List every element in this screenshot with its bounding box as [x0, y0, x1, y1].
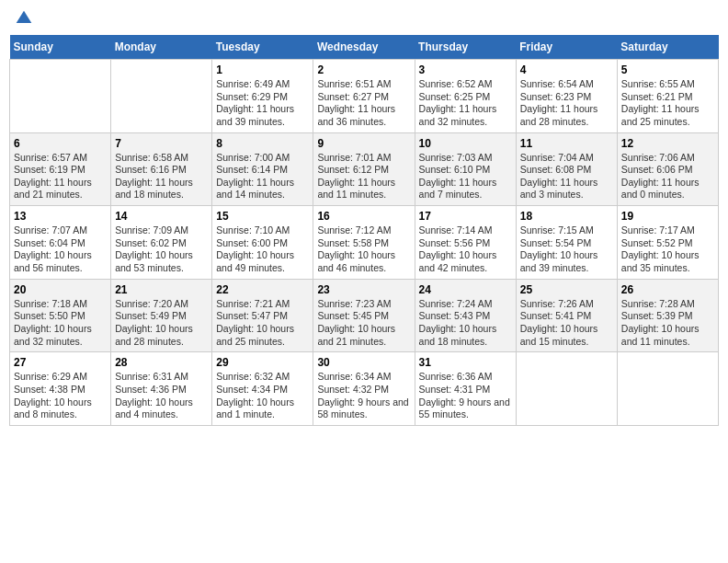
day-number: 30	[317, 356, 410, 369]
week-row-1: 1Sunrise: 6:49 AM Sunset: 6:29 PM Daylig…	[10, 60, 719, 133]
day-number: 3	[419, 63, 512, 76]
calendar-cell: 4Sunrise: 6:54 AM Sunset: 6:23 PM Daylig…	[516, 60, 617, 133]
day-info: Sunrise: 7:06 AM Sunset: 6:06 PM Dayligh…	[621, 152, 714, 202]
calendar-cell: 11Sunrise: 7:04 AM Sunset: 6:08 PM Dayli…	[516, 132, 617, 206]
column-header-tuesday: Tuesday	[212, 35, 313, 60]
day-number: 13	[14, 210, 107, 223]
calendar-cell: 12Sunrise: 7:06 AM Sunset: 6:06 PM Dayli…	[617, 132, 718, 206]
day-info: Sunrise: 7:10 AM Sunset: 6:00 PM Dayligh…	[216, 224, 309, 275]
day-info: Sunrise: 7:15 AM Sunset: 5:54 PM Dayligh…	[520, 224, 613, 275]
day-number: 4	[520, 63, 613, 76]
week-row-4: 20Sunrise: 7:18 AM Sunset: 5:50 PM Dayli…	[10, 279, 719, 352]
day-info: Sunrise: 7:20 AM Sunset: 5:49 PM Dayligh…	[115, 298, 208, 349]
calendar-cell: 2Sunrise: 6:51 AM Sunset: 6:27 PM Daylig…	[313, 60, 415, 133]
calendar-cell: 20Sunrise: 7:18 AM Sunset: 5:50 PM Dayli…	[10, 279, 111, 352]
day-number: 28	[115, 356, 208, 369]
calendar-cell: 30Sunrise: 6:34 AM Sunset: 4:32 PM Dayli…	[313, 352, 415, 426]
day-number: 18	[520, 210, 613, 223]
day-info: Sunrise: 7:09 AM Sunset: 6:02 PM Dayligh…	[115, 224, 208, 275]
calendar-cell: 19Sunrise: 7:17 AM Sunset: 5:52 PM Dayli…	[617, 206, 718, 280]
day-info: Sunrise: 6:49 AM Sunset: 6:29 PM Dayligh…	[216, 78, 309, 129]
column-header-sunday: Sunday	[10, 35, 111, 60]
week-row-2: 6Sunrise: 6:57 AM Sunset: 6:19 PM Daylig…	[10, 132, 719, 206]
column-header-saturday: Saturday	[617, 35, 718, 60]
calendar-cell: 25Sunrise: 7:26 AM Sunset: 5:41 PM Dayli…	[516, 279, 617, 352]
calendar-cell: 23Sunrise: 7:23 AM Sunset: 5:45 PM Dayli…	[313, 279, 415, 352]
day-number: 6	[14, 137, 107, 150]
day-number: 22	[216, 283, 309, 296]
calendar-cell: 5Sunrise: 6:55 AM Sunset: 6:21 PM Daylig…	[617, 60, 718, 133]
day-info: Sunrise: 7:17 AM Sunset: 5:52 PM Dayligh…	[621, 224, 714, 275]
day-info: Sunrise: 6:54 AM Sunset: 6:23 PM Dayligh…	[520, 78, 613, 129]
calendar-cell	[111, 60, 212, 133]
day-info: Sunrise: 6:57 AM Sunset: 6:19 PM Dayligh…	[14, 152, 107, 202]
calendar-cell: 1Sunrise: 6:49 AM Sunset: 6:29 PM Daylig…	[212, 60, 313, 133]
calendar-cell: 31Sunrise: 6:36 AM Sunset: 4:31 PM Dayli…	[415, 352, 516, 426]
day-number: 16	[317, 210, 410, 223]
day-info: Sunrise: 7:07 AM Sunset: 6:04 PM Dayligh…	[14, 224, 107, 275]
day-number: 20	[14, 283, 107, 296]
day-info: Sunrise: 6:29 AM Sunset: 4:38 PM Dayligh…	[14, 371, 107, 421]
calendar-cell: 28Sunrise: 6:31 AM Sunset: 4:36 PM Dayli…	[111, 352, 212, 426]
calendar-cell: 15Sunrise: 7:10 AM Sunset: 6:00 PM Dayli…	[212, 206, 313, 280]
calendar-cell	[10, 60, 111, 133]
day-info: Sunrise: 7:01 AM Sunset: 6:12 PM Dayligh…	[317, 152, 410, 202]
column-header-monday: Monday	[111, 35, 212, 60]
day-number: 27	[14, 356, 107, 369]
day-info: Sunrise: 7:14 AM Sunset: 5:56 PM Dayligh…	[419, 224, 512, 275]
calendar-cell: 10Sunrise: 7:03 AM Sunset: 6:10 PM Dayli…	[415, 132, 516, 206]
day-info: Sunrise: 7:00 AM Sunset: 6:14 PM Dayligh…	[216, 152, 309, 202]
logo	[13, 9, 33, 28]
calendar-cell: 22Sunrise: 7:21 AM Sunset: 5:47 PM Dayli…	[212, 279, 313, 352]
calendar-cell: 6Sunrise: 6:57 AM Sunset: 6:19 PM Daylig…	[10, 132, 111, 206]
column-header-friday: Friday	[516, 35, 617, 60]
day-info: Sunrise: 7:18 AM Sunset: 5:50 PM Dayligh…	[14, 298, 107, 349]
calendar-cell: 21Sunrise: 7:20 AM Sunset: 5:49 PM Dayli…	[111, 279, 212, 352]
day-info: Sunrise: 7:03 AM Sunset: 6:10 PM Dayligh…	[419, 152, 512, 202]
day-number: 25	[520, 283, 613, 296]
day-number: 8	[216, 137, 309, 150]
day-info: Sunrise: 7:26 AM Sunset: 5:41 PM Dayligh…	[520, 298, 613, 349]
calendar-cell: 13Sunrise: 7:07 AM Sunset: 6:04 PM Dayli…	[10, 206, 111, 280]
logo-icon	[15, 9, 33, 28]
calendar-cell: 14Sunrise: 7:09 AM Sunset: 6:02 PM Dayli…	[111, 206, 212, 280]
day-info: Sunrise: 6:31 AM Sunset: 4:36 PM Dayligh…	[115, 371, 208, 421]
day-number: 21	[115, 283, 208, 296]
day-info: Sunrise: 7:24 AM Sunset: 5:43 PM Dayligh…	[419, 298, 512, 349]
day-number: 15	[216, 210, 309, 223]
day-number: 2	[317, 63, 410, 76]
calendar-cell: 24Sunrise: 7:24 AM Sunset: 5:43 PM Dayli…	[415, 279, 516, 352]
day-info: Sunrise: 6:32 AM Sunset: 4:34 PM Dayligh…	[216, 371, 309, 421]
day-number: 17	[419, 210, 512, 223]
day-number: 23	[317, 283, 410, 296]
day-info: Sunrise: 7:12 AM Sunset: 5:58 PM Dayligh…	[317, 224, 410, 275]
calendar-cell: 18Sunrise: 7:15 AM Sunset: 5:54 PM Dayli…	[516, 206, 617, 280]
calendar-cell: 17Sunrise: 7:14 AM Sunset: 5:56 PM Dayli…	[415, 206, 516, 280]
day-info: Sunrise: 7:21 AM Sunset: 5:47 PM Dayligh…	[216, 298, 309, 349]
day-info: Sunrise: 7:23 AM Sunset: 5:45 PM Dayligh…	[317, 298, 410, 349]
column-header-thursday: Thursday	[415, 35, 516, 60]
day-number: 14	[115, 210, 208, 223]
day-number: 19	[621, 210, 714, 223]
day-number: 31	[419, 356, 512, 369]
day-info: Sunrise: 6:55 AM Sunset: 6:21 PM Dayligh…	[621, 78, 714, 129]
calendar-cell: 27Sunrise: 6:29 AM Sunset: 4:38 PM Dayli…	[10, 352, 111, 426]
calendar-cell: 16Sunrise: 7:12 AM Sunset: 5:58 PM Dayli…	[313, 206, 415, 280]
day-number: 24	[419, 283, 512, 296]
day-number: 10	[419, 137, 512, 150]
day-number: 12	[621, 137, 714, 150]
day-number: 5	[621, 63, 714, 76]
day-info: Sunrise: 6:52 AM Sunset: 6:25 PM Dayligh…	[419, 78, 512, 129]
week-row-5: 27Sunrise: 6:29 AM Sunset: 4:38 PM Dayli…	[10, 352, 719, 426]
day-number: 1	[216, 63, 309, 76]
day-info: Sunrise: 6:36 AM Sunset: 4:31 PM Dayligh…	[419, 371, 512, 421]
calendar-cell: 7Sunrise: 6:58 AM Sunset: 6:16 PM Daylig…	[111, 132, 212, 206]
calendar-cell: 26Sunrise: 7:28 AM Sunset: 5:39 PM Dayli…	[617, 279, 718, 352]
day-info: Sunrise: 6:51 AM Sunset: 6:27 PM Dayligh…	[317, 78, 410, 129]
calendar-cell	[617, 352, 718, 426]
page-header	[9, 9, 719, 28]
header-row: SundayMondayTuesdayWednesdayThursdayFrid…	[10, 35, 719, 60]
calendar-table: SundayMondayTuesdayWednesdayThursdayFrid…	[9, 35, 719, 426]
day-info: Sunrise: 6:58 AM Sunset: 6:16 PM Dayligh…	[115, 152, 208, 202]
day-info: Sunrise: 7:04 AM Sunset: 6:08 PM Dayligh…	[520, 152, 613, 202]
